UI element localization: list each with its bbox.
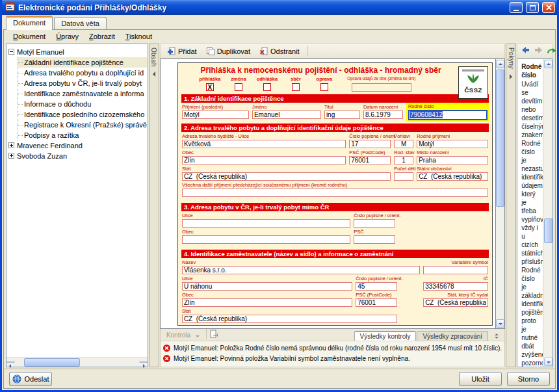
minimize-button[interactable]	[510, 2, 523, 13]
menu-tisknout[interactable]: Tisknout	[120, 31, 157, 42]
s4-obec-field[interactable]	[182, 298, 352, 307]
add-button[interactable]: Přidat	[163, 46, 201, 57]
datum-narozeni-field[interactable]	[363, 111, 403, 119]
tree-item-cizozemsky[interactable]: Identifikace posledního cizozemského	[18, 109, 147, 120]
tree-root-label[interactable]: Mravenec Ferdinand	[17, 142, 83, 150]
scroll-right-arrow[interactable]	[139, 361, 148, 363]
tab-vysledky-zpracovani[interactable]: Výsledky zpracování	[417, 331, 488, 341]
checkbox-oprava[interactable]	[320, 83, 328, 91]
scrollbar-thumb[interactable]	[496, 70, 504, 207]
rodne-cislo-field[interactable]: 790608412	[408, 110, 488, 120]
s4-ulice-field[interactable]	[182, 282, 352, 291]
s4-stat-field[interactable]	[182, 315, 397, 323]
oprava-date-input[interactable]	[352, 83, 411, 92]
obsah-strip[interactable]: Obsah	[149, 44, 159, 367]
tab-vysledky-kontroly[interactable]: Výsledky kontroly	[354, 331, 417, 341]
error-text: Motýl Emanuel: Položka Rodné číslo nemá …	[174, 345, 502, 352]
form-canvas: Přihláška k nemocenskému pojištění - odh…	[160, 59, 495, 329]
menu-zobrazit[interactable]: Zobrazit	[84, 31, 120, 42]
tree-item-adresa-trvaleho[interactable]: Adresa trvalého pobytu a doplňující id	[18, 68, 147, 78]
checkbox-prihlaska[interactable]: X	[206, 83, 214, 91]
ic-field[interactable]	[423, 282, 488, 291]
form-toolbar: Přidat Duplikovat Odstranit	[160, 44, 505, 59]
jmeno-field[interactable]	[252, 111, 321, 119]
s2-ulice-field[interactable]	[182, 140, 346, 148]
tree-item-registrace[interactable]: Registrace k Okresní (Pražské) správě	[18, 120, 147, 130]
collapse-left-icon[interactable]	[153, 72, 155, 77]
back-button[interactable]	[521, 46, 530, 57]
pohlavi-field[interactable]	[394, 140, 413, 148]
scroll-left-arrow[interactable]	[6, 361, 15, 363]
expand-icon[interactable]	[8, 152, 14, 160]
titul-field[interactable]	[324, 111, 360, 119]
rod-stav-field[interactable]	[394, 156, 413, 164]
section-4-header: 4. Identifikace zaměstnavatele (název a …	[181, 250, 489, 258]
checkbox-sber[interactable]	[292, 83, 300, 91]
refresh-button[interactable]	[547, 46, 557, 57]
variabilni-symbol-field[interactable]	[423, 266, 488, 274]
s3-psc-field[interactable]	[354, 235, 395, 244]
tree-root-svoboda[interactable]: Svoboda Zuzan	[8, 151, 147, 161]
remove-button[interactable]: Odstranit	[255, 46, 304, 57]
s4-psc-field[interactable]	[356, 298, 397, 307]
menu-upravy[interactable]: Úpravy	[51, 31, 84, 42]
scroll-down-arrow[interactable]	[496, 319, 504, 328]
s2-psc-field[interactable]	[349, 156, 391, 164]
forward-button[interactable]	[534, 46, 543, 57]
tree-horizontal-scrollbar[interactable]	[6, 357, 148, 367]
tree-item-zakladni-identifikace[interactable]: Základní identifikace pojištěnce	[18, 57, 147, 68]
scroll-up-arrow[interactable]	[544, 60, 552, 68]
expand-icon[interactable]	[8, 142, 14, 150]
s3-ulice-field[interactable]	[182, 219, 350, 228]
ulozit-button[interactable]: Uložit	[459, 372, 502, 386]
tab-dokument[interactable]: Dokument	[6, 16, 53, 30]
scrollbar-thumb[interactable]	[24, 358, 80, 367]
form-vertical-scrollbar[interactable]	[495, 59, 505, 329]
tree-root-mravenec[interactable]: Mravenec Ferdinand	[8, 140, 147, 151]
stat-ic-field[interactable]	[423, 298, 488, 307]
scroll-down-arrow[interactable]	[544, 358, 552, 366]
prijmeni-field[interactable]	[182, 111, 249, 119]
obcanstvi-field[interactable]	[417, 172, 488, 181]
tree-item-identifikace-zamestnavatele[interactable]: Identifikace zaměstnavatele a informa	[18, 88, 147, 99]
s3-cislo-field[interactable]	[354, 219, 395, 228]
misto-narozeni-field[interactable]	[417, 156, 488, 164]
dalsi-prijmeni-field[interactable]	[182, 189, 488, 197]
checkbox-zmena[interactable]	[235, 83, 242, 91]
s2-cislo-field[interactable]	[349, 140, 391, 148]
s2-obec-field[interactable]	[182, 156, 346, 164]
tree-item-informace-duchod[interactable]: Informace o důchodu	[18, 99, 147, 109]
rodne-prijmeni-field[interactable]	[417, 140, 488, 148]
collapse-icon[interactable]	[8, 48, 14, 56]
storno-button[interactable]: Storno	[507, 372, 550, 386]
tree-item-podpisy[interactable]: Podpisy a razítka	[18, 130, 147, 140]
pokyny-strip-label[interactable]: Pokyny	[508, 47, 515, 69]
tree-root-label[interactable]: Svoboda Zuzan	[17, 152, 67, 160]
collapse-right-icon[interactable]	[510, 74, 512, 79]
scroll-up-arrow[interactable]	[496, 60, 504, 68]
s2-stat-field[interactable]	[182, 172, 391, 181]
obsah-strip-label[interactable]: Obsah	[150, 47, 157, 66]
tree-root-motyl[interactable]: Motýl Emanuel	[8, 47, 147, 57]
pokyny-strip[interactable]: Pokyny	[506, 44, 516, 367]
error-row[interactable]: Motýl Emanuel: Položka Rodné číslo nemá …	[163, 343, 502, 353]
duplicate-button[interactable]: Duplikovat	[202, 46, 254, 57]
kontrola-dropdown[interactable]: Kontrola	[162, 332, 203, 341]
odeslat-button[interactable]: Odeslat	[9, 372, 52, 386]
panel-resize-spinner[interactable]	[492, 333, 501, 339]
s3-obec-field[interactable]	[182, 235, 350, 244]
close-button[interactable]	[542, 2, 555, 13]
s4-cislo-field[interactable]	[356, 282, 397, 291]
menu-dokument[interactable]: Dokument	[8, 31, 51, 42]
run-check-button[interactable]	[209, 330, 218, 341]
help-scrollbar[interactable]	[543, 59, 552, 367]
tab-datova-veta[interactable]: Datová věta	[54, 17, 107, 29]
maximize-button[interactable]	[526, 2, 539, 13]
tree-root-label[interactable]: Motýl Emanuel	[17, 48, 64, 56]
tree-item-adresa-pobytu[interactable]: Adresa pobytu v ČR, je-li trvalý pobyt	[18, 78, 147, 88]
checkbox-odhlaska[interactable]	[263, 83, 271, 91]
pocet-deti-field[interactable]	[394, 172, 413, 181]
error-row[interactable]: Motýl Emanuel: Povinná položka Variabiln…	[163, 353, 502, 363]
scrollbar-thumb[interactable]	[544, 218, 552, 243]
nazev-field[interactable]	[182, 266, 420, 274]
